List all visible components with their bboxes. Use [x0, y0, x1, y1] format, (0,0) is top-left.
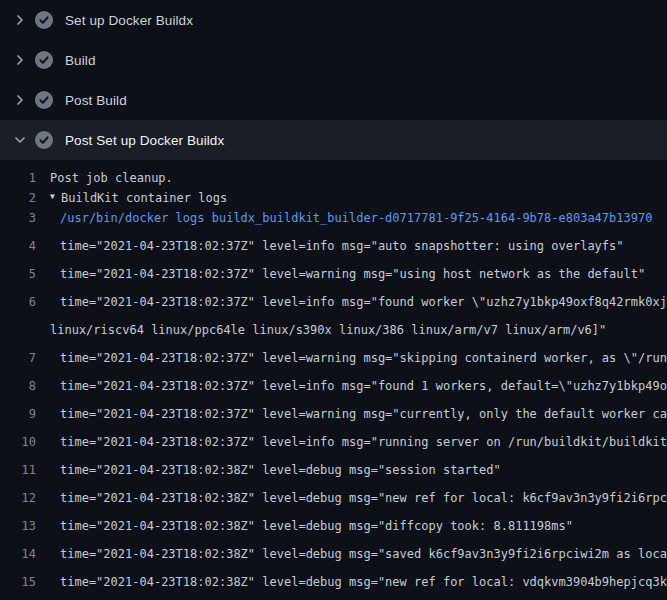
chevron-down-icon[interactable]	[12, 132, 28, 148]
log-line-text: /usr/bin/docker logs buildx_buildkit_bui…	[36, 208, 652, 228]
check-circle-icon	[35, 11, 53, 29]
workflow-steps-list: Set up Docker Buildx Build P	[0, 0, 667, 160]
step-label: Build	[65, 53, 96, 68]
log-line-message: time="2021-04-23T18:02:37Z" level=info m…	[60, 292, 667, 312]
step-row[interactable]: Post Build	[0, 80, 667, 120]
log-line-number[interactable]: 14	[0, 544, 36, 564]
log-line: 13 time="2021-04-23T18:02:38Z" level=deb…	[0, 508, 667, 536]
log-line-message: time="2021-04-23T18:02:37Z" level=info m…	[60, 432, 667, 452]
log-line-number[interactable]: 2	[0, 188, 36, 208]
log-line-text: time="2021-04-23T18:02:37Z" level=info m…	[36, 236, 624, 256]
log-line: 16 time="2021-04-23T18:02:38Z" level=deb…	[0, 592, 667, 600]
log-line-message: time="2021-04-23T18:02:38Z" level=debug …	[60, 544, 667, 564]
log-line-message: time="2021-04-23T18:02:37Z" level=warnin…	[60, 348, 667, 368]
log-line-number[interactable]: 15	[0, 572, 36, 592]
log-group-caret-icon[interactable]: ▼	[50, 188, 61, 207]
check-circle-icon	[35, 51, 53, 69]
log-line-number[interactable]: 11	[0, 460, 36, 480]
log-line: 15 time="2021-04-23T18:02:38Z" level=deb…	[0, 564, 667, 592]
check-circle-icon	[35, 131, 53, 149]
log-line: 3 /usr/bin/docker logs buildx_buildkit_b…	[0, 208, 667, 228]
log-line-text: time="2021-04-23T18:02:37Z" level=info m…	[36, 292, 667, 312]
log-line-number[interactable]: 6	[0, 292, 36, 312]
log-line-message: time="2021-04-23T18:02:38Z" level=debug …	[60, 572, 667, 592]
step-label: Post Build	[65, 93, 127, 108]
chevron-right-icon[interactable]	[12, 12, 28, 28]
log-line-number[interactable]: 7	[0, 348, 36, 368]
log-line-text: time="2021-04-23T18:02:38Z" level=debug …	[36, 516, 573, 536]
log-line-text: ▼BuildKit container logs	[36, 188, 227, 208]
chevron-right-icon[interactable]	[12, 92, 28, 108]
log-line-text: time="2021-04-23T18:02:37Z" level=info m…	[36, 376, 667, 396]
log-line: 14 time="2021-04-23T18:02:38Z" level=deb…	[0, 536, 667, 564]
log-line-message: time="2021-04-23T18:02:38Z" level=debug …	[60, 516, 573, 536]
log-line-number[interactable]	[0, 320, 36, 340]
log-line-message: /usr/bin/docker logs buildx_buildkit_bui…	[60, 208, 652, 228]
log-line: 6 time="2021-04-23T18:02:37Z" level=info…	[0, 284, 667, 312]
log-line-text: time="2021-04-23T18:02:37Z" level=info m…	[36, 432, 667, 452]
step-label: Post Set up Docker Buildx	[65, 133, 224, 148]
log-line-message: linux/riscv64 linux/ppc64le linux/s390x …	[50, 320, 606, 340]
log-line-text: time="2021-04-23T18:02:38Z" level=debug …	[36, 544, 667, 564]
chevron-right-icon[interactable]	[12, 52, 28, 68]
log-line-number[interactable]: 5	[0, 264, 36, 284]
log-line-text: time="2021-04-23T18:02:38Z" level=debug …	[36, 488, 667, 508]
log-line-number[interactable]: 4	[0, 236, 36, 256]
log-line-number[interactable]: 10	[0, 432, 36, 452]
log-line-number[interactable]: 1	[0, 168, 36, 188]
log-line-message: Post job cleanup.	[50, 168, 173, 188]
log-line: 4 time="2021-04-23T18:02:37Z" level=info…	[0, 228, 667, 256]
log-line-text: time="2021-04-23T18:02:37Z" level=warnin…	[36, 348, 667, 368]
log-line-message: time="2021-04-23T18:02:37Z" level=info m…	[60, 376, 667, 396]
log-line-number[interactable]: 12	[0, 488, 36, 508]
log-line-text: time="2021-04-23T18:02:37Z" level=warnin…	[36, 264, 645, 284]
log-line-number[interactable]: 3	[0, 208, 36, 228]
log-line: 9 time="2021-04-23T18:02:37Z" level=warn…	[0, 396, 667, 424]
step-row[interactable]: Build	[0, 40, 667, 80]
log-line-number[interactable]: 9	[0, 404, 36, 424]
check-circle-icon	[35, 91, 53, 109]
log-line: linux/riscv64 linux/ppc64le linux/s390x …	[0, 312, 667, 340]
log-line-text: time="2021-04-23T18:02:38Z" level=debug …	[36, 572, 667, 592]
log-line: 12 time="2021-04-23T18:02:38Z" level=deb…	[0, 480, 667, 508]
step-row[interactable]: Post Set up Docker Buildx	[0, 120, 667, 160]
log-line: 8 time="2021-04-23T18:02:37Z" level=info…	[0, 368, 667, 396]
log-line-message: BuildKit container logs	[61, 188, 227, 208]
log-line: 7 time="2021-04-23T18:02:37Z" level=warn…	[0, 340, 667, 368]
log-line-message: time="2021-04-23T18:02:38Z" level=debug …	[60, 488, 667, 508]
log-line: 2 ▼BuildKit container logs	[0, 188, 667, 208]
log-line: 5 time="2021-04-23T18:02:37Z" level=warn…	[0, 256, 667, 284]
log-line-message: time="2021-04-23T18:02:38Z" level=debug …	[60, 460, 501, 480]
log-line: 1 Post job cleanup.	[0, 168, 667, 188]
log-line-text: linux/riscv64 linux/ppc64le linux/s390x …	[36, 320, 606, 340]
step-row[interactable]: Set up Docker Buildx	[0, 0, 667, 40]
log-line-message: time="2021-04-23T18:02:37Z" level=info m…	[60, 236, 624, 256]
log-line-message: time="2021-04-23T18:02:37Z" level=warnin…	[60, 404, 667, 424]
log-view: 1 Post job cleanup. 2 ▼BuildKit containe…	[0, 160, 667, 600]
log-line-message: time="2021-04-23T18:02:37Z" level=warnin…	[60, 264, 645, 284]
step-label: Set up Docker Buildx	[65, 13, 193, 28]
log-line-text: time="2021-04-23T18:02:37Z" level=warnin…	[36, 404, 667, 424]
log-line: 11 time="2021-04-23T18:02:38Z" level=deb…	[0, 452, 667, 480]
log-line-text: Post job cleanup.	[36, 168, 173, 188]
log-line-number[interactable]: 13	[0, 516, 36, 536]
log-line: 10 time="2021-04-23T18:02:37Z" level=inf…	[0, 424, 667, 452]
log-line-text: time="2021-04-23T18:02:38Z" level=debug …	[36, 460, 501, 480]
log-line-number[interactable]: 8	[0, 376, 36, 396]
